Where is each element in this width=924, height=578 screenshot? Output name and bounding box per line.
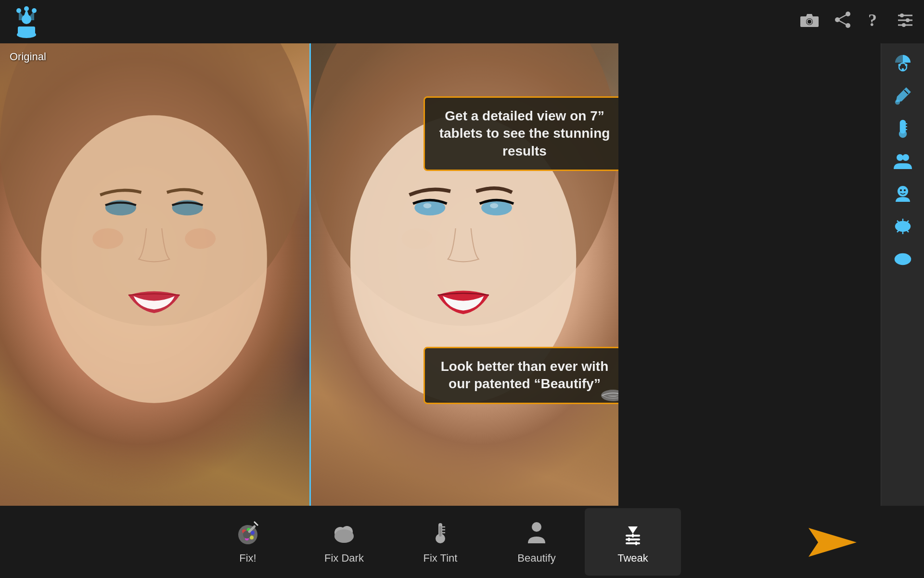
fix-dark-tool[interactable]: Fix Dark bbox=[296, 508, 392, 576]
svg-rect-90 bbox=[626, 539, 640, 540]
right-sidebar bbox=[881, 43, 924, 506]
before-after-divider bbox=[309, 43, 311, 506]
svg-point-79 bbox=[334, 529, 354, 543]
svg-point-56 bbox=[900, 224, 905, 229]
svg-point-51 bbox=[902, 154, 909, 161]
app-logo bbox=[10, 5, 43, 39]
svg-point-67 bbox=[902, 258, 904, 260]
svg-rect-91 bbox=[628, 538, 630, 541]
top-actions: ? bbox=[800, 11, 914, 33]
top-bar: ? bbox=[0, 0, 924, 43]
svg-marker-94 bbox=[808, 528, 857, 557]
svg-rect-93 bbox=[635, 541, 637, 545]
main-photo-area: Original Get a detailed view on 7” table… bbox=[0, 43, 618, 506]
tooltip-tablet-view: Get a detailed view on 7” tablets to see… bbox=[424, 96, 618, 171]
svg-point-35 bbox=[490, 203, 498, 209]
svg-rect-89 bbox=[632, 534, 634, 538]
svg-point-40 bbox=[905, 64, 907, 66]
tooltip-beautify: Look better than ever with our patented … bbox=[424, 347, 618, 404]
tweak-tool[interactable]: Tweak bbox=[585, 508, 681, 576]
svg-point-53 bbox=[900, 189, 902, 191]
svg-marker-87 bbox=[628, 526, 638, 534]
svg-point-54 bbox=[904, 189, 906, 191]
svg-point-29 bbox=[185, 228, 216, 249]
svg-point-23 bbox=[902, 23, 906, 27]
svg-point-42 bbox=[896, 100, 899, 104]
svg-point-11 bbox=[815, 18, 817, 20]
tweak-label: Tweak bbox=[617, 552, 648, 565]
svg-point-71 bbox=[251, 531, 255, 535]
svg-point-34 bbox=[423, 203, 431, 209]
bottom-toolbar: Fix! Fix Dark Fix Tint bbox=[0, 506, 881, 578]
svg-point-36 bbox=[401, 228, 432, 249]
svg-text:?: ? bbox=[868, 11, 877, 29]
fix-tool[interactable]: Fix! bbox=[200, 508, 296, 576]
svg-line-63 bbox=[897, 230, 899, 232]
svg-line-64 bbox=[907, 230, 909, 232]
help-button[interactable]: ? bbox=[866, 11, 882, 33]
sidebar-eye-rays[interactable] bbox=[886, 212, 920, 241]
svg-point-50 bbox=[897, 154, 903, 161]
sidebar-temperature[interactable] bbox=[886, 114, 920, 143]
svg-rect-46 bbox=[901, 123, 904, 132]
fix-dark-label: Fix Dark bbox=[324, 552, 364, 565]
beautify-label: Beautify bbox=[517, 552, 556, 565]
camera-button[interactable] bbox=[800, 12, 819, 32]
sidebar-color-balance[interactable] bbox=[886, 48, 920, 77]
svg-point-21 bbox=[906, 18, 910, 22]
svg-point-86 bbox=[532, 522, 541, 532]
svg-line-61 bbox=[897, 221, 899, 223]
svg-point-39 bbox=[898, 64, 900, 66]
beautify-tool[interactable]: Beautify bbox=[488, 508, 585, 576]
fix-tint-tool[interactable]: Fix Tint bbox=[392, 508, 488, 576]
svg-line-16 bbox=[837, 20, 848, 26]
svg-rect-1 bbox=[18, 26, 35, 35]
settings-button[interactable] bbox=[896, 11, 914, 33]
photo-canvas: Original Get a detailed view on 7” table… bbox=[0, 43, 618, 506]
sidebar-face[interactable] bbox=[886, 179, 920, 208]
sidebar-dropper[interactable] bbox=[886, 81, 920, 110]
arrow-indicator bbox=[808, 518, 876, 568]
svg-point-41 bbox=[901, 68, 904, 71]
share-button[interactable] bbox=[834, 11, 852, 33]
svg-point-5 bbox=[24, 6, 29, 11]
svg-point-25 bbox=[41, 115, 267, 403]
fix-label: Fix! bbox=[239, 552, 256, 565]
photo-original bbox=[0, 43, 309, 506]
svg-line-15 bbox=[837, 14, 848, 20]
original-label: Original bbox=[10, 51, 46, 63]
svg-line-62 bbox=[907, 221, 909, 223]
svg-point-19 bbox=[900, 13, 904, 17]
svg-rect-82 bbox=[439, 526, 442, 537]
svg-point-28 bbox=[92, 228, 123, 249]
svg-point-52 bbox=[898, 186, 908, 197]
fix-tint-label: Fix Tint bbox=[424, 552, 458, 565]
svg-rect-92 bbox=[626, 542, 640, 544]
sidebar-eye[interactable] bbox=[886, 245, 920, 274]
sidebar-group[interactable] bbox=[886, 146, 920, 175]
